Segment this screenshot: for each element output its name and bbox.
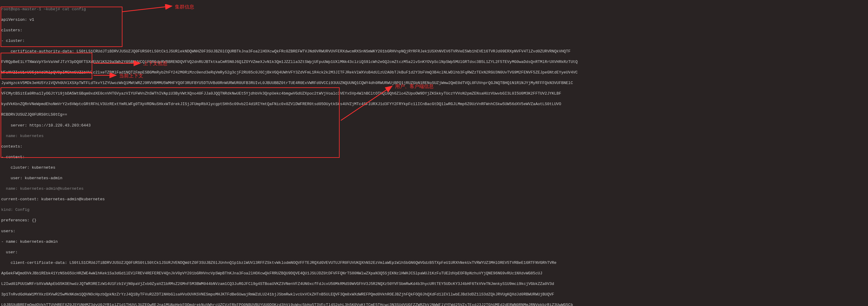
cfg-ccd-wrap: L0JBSXdBREFmQmdOVkhTTUVHREFXZ0JSYUNHMZ3d… — [1, 302, 867, 306]
prompt-line: root@ops-master-1 ~kubej# cat config — [1, 7, 867, 12]
cfg-cluster-item: - cluster: — [1, 38, 867, 44]
cfg-cad-wrap: RCBDRVJUSUZJQ0FURS0tLS0tCg== — [1, 112, 867, 117]
cfg-cad-wrap: kydVkKbnZQRnVNeWpmdEhoNmVrY2x6VWptcGRtRF… — [1, 102, 867, 107]
cfg-ccd-wrap: ApGekFWQmdOVkJBb1REbk41YzNSbG5UcHRZWE4wW… — [1, 271, 867, 276]
cfg-apiversion: apiVersion: v1 — [1, 17, 867, 23]
cfg-contexts: contexts: — [1, 144, 867, 149]
cfg-cad-wrap: VFCMytBSitEa0Rha1IyOGJtYi9jbDA5WtGBqm0xd… — [1, 91, 867, 96]
cfg-clusters: clusters: — [1, 28, 867, 33]
cfg-ccd-wrap: L2Iwd0lPUU1WRFrbXVaNApEbG5KOEhwdzJQTWR3R… — [1, 281, 867, 287]
cfg-user-key: user: — [1, 250, 867, 255]
cfg-cad: certificate-authority-data: LS0tLS1CRUdJ… — [1, 49, 867, 54]
label-current-context: 当前上下文 — [119, 73, 143, 79]
cfg-cad-wrap: JyaHgzckV5MDk3eHU5YzlVQVh0UVlXSXpTWTFLdT… — [1, 80, 867, 86]
cfg-server: server: https://10.220.43.203:6443 — [1, 123, 867, 128]
cfg-kind: kind: Config — [1, 207, 867, 213]
cfg-name-kubernetes: name: kubernetes — [1, 133, 867, 139]
cfg-users: users: — [1, 229, 867, 234]
label-user-info: 用户、客户端信息 — [395, 83, 434, 90]
cfg-preferences: preferences: {} — [1, 218, 867, 223]
label-cluster-info: 集群信息 — [175, 4, 194, 10]
cfg-current-context: current-context: kubernetes-admin@kubern… — [1, 197, 867, 202]
cfg-ctx-cluster: cluster: kubernetes — [1, 165, 867, 170]
cfg-user-name: - name: kubernetes-admin — [1, 239, 867, 244]
cfg-ccd: client-certificate-data: LS0tLS1CRUdJTiB… — [1, 260, 867, 266]
label-context-info: 上下文信息 — [143, 60, 167, 67]
cfg-ctx-user: user: kubernetes-admin — [1, 176, 867, 181]
cfg-ctx-name: name: kubernetes-admin@kubernetes — [1, 186, 867, 192]
cfg-cad-wrap: FVRQpBeE1LYTNWaVpYSnVaVmFJTzY3pDQ0FTSXdE… — [1, 59, 867, 65]
terminal-output: root@ops-master-1 ~kubej# cat config api… — [0, 0, 868, 306]
cfg-ccd-wrap: 3p1TnRvdGdHaW1MYXkzOXVwR25wMkNKdm1QQVNOc… — [1, 292, 867, 297]
cfg-context-item: - context: — [1, 155, 867, 160]
